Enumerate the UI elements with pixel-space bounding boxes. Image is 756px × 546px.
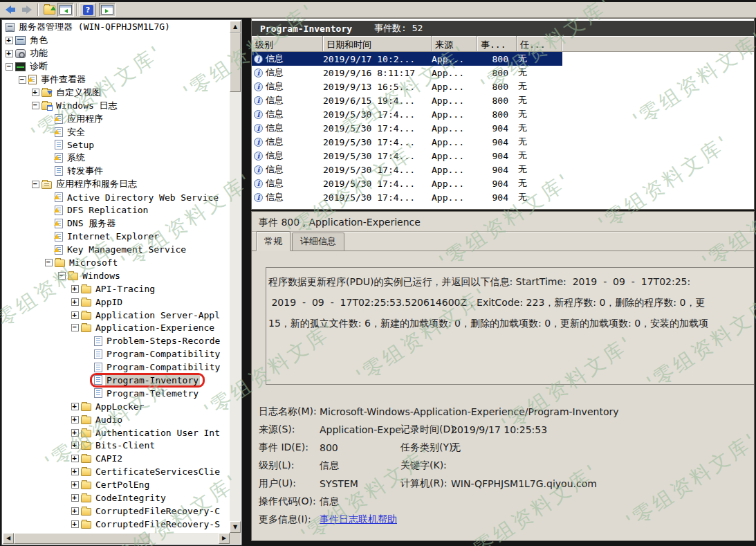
property-value[interactable]: 信息 [320,495,512,508]
expander-icon[interactable] [71,494,79,502]
tree-item[interactable]: 系统 [3,152,229,165]
tree-item[interactable]: Internet Explorer [3,230,229,243]
back-button[interactable] [2,3,19,17]
tree-item[interactable]: 角色 [3,34,229,47]
tree-item[interactable]: Windows [3,269,229,282]
tree-item[interactable]: Windows 日志 [3,99,229,112]
column-header-task[interactable]: 任... [517,36,562,51]
event-row[interactable]: 信息 2019/5/30 17:4... App... 904 无 [252,163,562,176]
detail-tab[interactable]: 详细信息 [292,233,344,251]
expander-icon[interactable] [6,37,13,44]
event-row[interactable]: 信息 2019/5/30 17:4... App... 904 无 [252,149,562,163]
tree-item[interactable]: DNS 服务器 [3,217,229,230]
detail-tab[interactable]: 常规 [256,231,291,251]
tree-item[interactable]: 功能 [3,47,229,60]
scroll-up-button[interactable]: ▲ [230,21,241,33]
property-value[interactable]: 800 [320,442,400,453]
tree-item[interactable]: CorruptedFileRecovery-S [3,518,229,531]
expander-icon[interactable] [71,298,79,306]
tree-item[interactable]: Application-Experience [3,321,229,334]
tree-item[interactable]: API-Tracing [3,282,229,295]
tree-item[interactable]: Program-Compatibility [3,347,229,361]
property-value[interactable]: 信息 [320,459,400,472]
property-value[interactable]: SYSTEM [320,478,400,489]
tree-item[interactable]: Setup [3,138,229,152]
expander-icon[interactable] [71,429,79,437]
tree-item[interactable]: 事件查看器 [3,73,229,87]
column-header-event-id[interactable]: 事... [477,36,517,51]
expander-icon[interactable] [71,520,79,528]
event-row[interactable]: 信息 2019/6/15 19:4... App... 800 无 [252,93,562,107]
tree-item[interactable]: 诊断 [3,60,229,73]
scroll-left-button[interactable]: ◀ [3,533,14,544]
tree-item[interactable]: Active Directory Web Service [3,191,229,204]
tree-item[interactable]: Program-Compatibility [3,361,229,374]
property-value[interactable]: Microsoft-Windows-Application-Experience… [320,406,619,417]
tree-item[interactable]: Authentication User Int [3,426,229,439]
show-action-pane-button[interactable] [99,3,116,17]
expander-icon[interactable] [71,311,79,319]
tree-item[interactable]: DFS Replication [3,203,229,217]
column-header-level[interactable]: 级别 [252,36,323,51]
tree-item[interactable]: CAPI2 [3,452,229,465]
show-console-tree-button[interactable] [57,3,74,17]
tree-item[interactable]: Microsoft [3,256,229,269]
tree-item[interactable]: Application Server-Appl [3,309,229,322]
tree-item[interactable]: Program-Telemetry [3,387,229,400]
tree-item[interactable]: Bits-Client [3,439,229,453]
event-row[interactable]: 信息 2019/5/30 17:4... App... 800 无 [252,107,562,121]
event-row[interactable]: 信息 2019/9/13 16:5... App... 800 无 [252,80,562,93]
tree-item[interactable]: Key Management Service [3,243,229,256]
tree-item[interactable]: CorruptedFileRecovery-C [3,504,229,518]
expander-icon[interactable] [32,102,39,109]
expander-icon[interactable] [6,63,13,71]
expander-icon[interactable] [19,76,26,84]
column-header-datetime[interactable]: 日期和时间 [323,36,432,51]
expander-icon[interactable] [45,259,53,266]
event-row[interactable]: 信息 2019/5/30 17:4... App... 904 无 [252,176,562,190]
expander-icon[interactable] [71,481,79,489]
scrollbar-thumb[interactable] [230,33,241,92]
event-row[interactable]: 信息 2019/5/30 17:4... App... 904 无 [252,135,562,149]
event-row[interactable]: 信息 2019/5/30 17:4... App... 904 无 [252,121,562,135]
event-description-box[interactable]: 程序数据更新程序(PDU)的实例已运行，并返回以下信息: StartTime: … [266,267,755,385]
tree-item[interactable]: 服务器管理器 (WIN-QFPHJSM1L7G) [3,21,229,34]
export-button[interactable] [41,3,57,17]
tree-item[interactable]: 转发事件 [3,165,229,178]
help-button[interactable]: ? [80,3,96,17]
tree-item[interactable]: Program-Inventory [3,374,229,387]
expander-icon[interactable] [71,285,79,293]
tree-item[interactable]: CodeIntegrity [3,491,229,504]
event-row[interactable]: 信息 2019/9/17 10:2... App... 800 无 [252,52,562,66]
property-value[interactable]: Application-Experier [320,424,400,435]
tree-item[interactable]: 安全 [3,125,229,138]
expander-icon[interactable] [71,403,79,410]
tree-item[interactable]: AppID [3,295,229,309]
expander-icon[interactable] [71,455,79,462]
column-header-source[interactable]: 来源 [432,36,477,51]
tree-vertical-scrollbar[interactable] [230,21,241,533]
tree-item[interactable]: 应用程序 [3,112,229,125]
tree-item[interactable]: CertPolEng [3,478,229,491]
tree-item[interactable]: AppLocker [3,400,229,413]
expander-icon[interactable] [32,181,39,188]
forward-button[interactable] [19,3,35,17]
tree-item[interactable] [3,531,229,532]
scroll-down-button[interactable]: ▼ [230,521,241,533]
expander-icon[interactable] [71,468,79,475]
expander-icon[interactable] [71,416,79,424]
scrollbar-thumb[interactable] [14,533,149,544]
scroll-right-button[interactable]: ▶ [219,533,230,544]
tree-item[interactable]: 自定义视图 [3,86,229,99]
tree-item[interactable]: Audio [3,413,229,426]
property-value[interactable]: 事件日志联机帮助 [320,513,512,526]
expander-icon[interactable] [32,89,39,96]
event-row[interactable]: 信息 2019/9/16 8:11:17 App... 800 无 [252,66,562,80]
expander-icon[interactable] [71,442,79,449]
expander-icon[interactable] [71,324,79,331]
event-row[interactable]: 信息 2019/5/30 17:4... App... 904 无 [252,190,562,204]
expander-icon[interactable] [58,272,66,280]
expander-icon[interactable] [71,507,79,515]
expander-icon[interactable] [6,50,13,57]
tree-horizontal-scrollbar[interactable] [3,533,230,544]
